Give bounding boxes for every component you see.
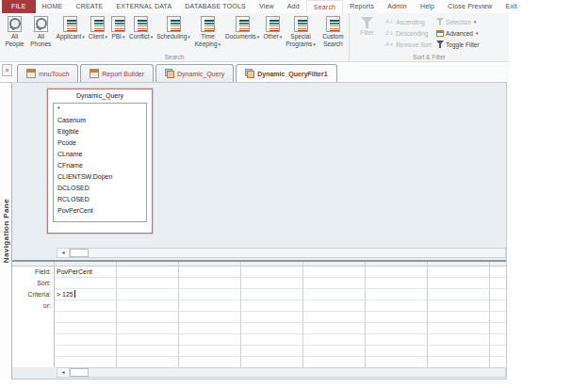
grid-cell[interactable] <box>117 357 179 367</box>
ribbon-tab[interactable]: DATABASE TOOLS <box>178 0 253 13</box>
grid-cell[interactable] <box>303 278 366 289</box>
grid-cell[interactable] <box>55 278 117 289</box>
grid-cell[interactable] <box>179 357 241 367</box>
grid-scrollbar[interactable]: ◂ <box>57 367 506 378</box>
grid-cell[interactable] <box>490 323 506 334</box>
grid-cell[interactable] <box>428 289 490 300</box>
grid-cell[interactable] <box>366 312 428 323</box>
grid-cell[interactable] <box>179 289 241 300</box>
ribbon-tab[interactable]: CREATE <box>69 0 109 13</box>
document-tab[interactable]: Report Builder <box>80 64 154 82</box>
grid-cell[interactable] <box>117 289 179 300</box>
field-list-item[interactable]: CFname <box>54 160 146 171</box>
sort-item[interactable]: A↓ Ascending <box>385 16 432 27</box>
ribbon-tab[interactable]: EXTERNAL DATA <box>109 0 178 13</box>
grid-cell[interactable] <box>366 289 428 300</box>
field-list-item[interactable]: * <box>54 104 146 115</box>
field-list-item[interactable]: Casenum <box>54 115 146 126</box>
grid-cell[interactable] <box>428 323 490 334</box>
field-list-item[interactable]: Eligible <box>54 126 146 137</box>
filter-item[interactable]: Selection ▾ <box>436 16 479 27</box>
grid-cell[interactable] <box>241 267 303 278</box>
grid-cell[interactable] <box>490 346 506 357</box>
grid-cell[interactable] <box>428 267 490 278</box>
field-list-item[interactable]: CLname <box>54 149 146 160</box>
ribbon-button[interactable]: Time Keeping▾ <box>192 15 223 48</box>
ribbon-button[interactable]: Applicant▾ <box>55 15 87 40</box>
ribbon-tab[interactable]: Help <box>414 0 441 13</box>
grid-cell[interactable] <box>490 357 506 367</box>
ribbon-button[interactable]: Documents▾ <box>223 15 261 40</box>
filter-button[interactable]: Filter <box>353 16 381 37</box>
grid-cell[interactable] <box>55 323 117 334</box>
diagram-scrollbar[interactable]: ◂ <box>57 248 506 258</box>
grid-cell[interactable] <box>428 278 490 289</box>
grid-cell[interactable] <box>55 346 117 357</box>
scroll-thumb[interactable] <box>70 249 89 257</box>
field-list-item[interactable]: RCLOSED <box>54 194 146 205</box>
grid-cell[interactable] <box>490 278 506 289</box>
grid-cell[interactable] <box>366 334 428 346</box>
sort-item[interactable]: A× Remove Sort <box>385 39 432 50</box>
grid-cell[interactable] <box>303 300 366 312</box>
grid-cell[interactable] <box>117 323 179 334</box>
grid-cell[interactable] <box>428 334 490 346</box>
grid-cell[interactable] <box>303 323 366 334</box>
grid-cell[interactable] <box>490 312 506 323</box>
scroll-left-button[interactable]: ◂ <box>57 368 70 377</box>
grid-cell[interactable] <box>241 300 303 312</box>
grid-cell[interactable] <box>179 346 241 357</box>
grid-cell[interactable] <box>366 346 428 357</box>
grid-cell[interactable] <box>179 323 241 334</box>
grid-cell[interactable] <box>428 312 490 323</box>
grid-cell[interactable]: PovPerCent <box>55 267 117 278</box>
ribbon-button[interactable]: Custom Search <box>318 15 349 48</box>
grid-cell[interactable] <box>117 346 179 357</box>
document-tab[interactable]: mnuTouch <box>17 64 78 82</box>
grid-cell[interactable] <box>55 357 117 367</box>
grid-cell[interactable] <box>241 346 303 357</box>
filter-item[interactable]: Toggle Filter <box>436 39 479 50</box>
grid-cell[interactable] <box>490 267 506 278</box>
grid-cell[interactable] <box>117 267 179 278</box>
grid-cell[interactable] <box>241 323 303 334</box>
ribbon-tab[interactable]: Add <box>281 0 306 13</box>
ribbon-tab[interactable]: Close Preview <box>441 0 498 13</box>
ribbon-button[interactable]: Client▾ <box>87 15 109 40</box>
grid-cell[interactable] <box>303 267 366 278</box>
grid-cell[interactable] <box>117 300 179 312</box>
document-tab[interactable]: Dynamic_Query <box>155 64 234 82</box>
field-list-item[interactable]: CLIENTSW.Dopen <box>54 171 146 183</box>
grid-cell[interactable] <box>179 312 241 323</box>
grid-cell[interactable] <box>241 278 303 289</box>
grid-cell[interactable] <box>117 278 179 289</box>
grid-cell[interactable] <box>241 312 303 323</box>
grid-cell[interactable] <box>303 289 366 300</box>
ribbon-button[interactable]: Scheduling▾ <box>155 15 192 40</box>
grid-cell[interactable] <box>179 278 241 289</box>
grid-cell[interactable] <box>241 334 303 346</box>
grid-cell[interactable] <box>303 312 366 323</box>
nav-pane-shutter-button[interactable]: » <box>2 64 12 76</box>
grid-cell[interactable] <box>303 334 366 346</box>
grid-cell[interactable] <box>366 300 428 312</box>
scroll-thumb[interactable] <box>70 368 89 377</box>
grid-cell[interactable] <box>428 346 490 357</box>
scroll-left-button[interactable]: ◂ <box>57 249 70 257</box>
grid-cell[interactable] <box>366 323 428 334</box>
ribbon-button[interactable]: PBI▾ <box>109 15 127 40</box>
ribbon-button[interactable]: All People <box>2 15 27 48</box>
grid-cell[interactable] <box>179 334 241 346</box>
grid-cell[interactable] <box>117 312 179 323</box>
filter-item[interactable]: Advanced ▾ <box>436 27 479 39</box>
ribbon-tab[interactable]: Reports <box>343 0 381 13</box>
grid-cell[interactable] <box>366 357 428 367</box>
field-list-window[interactable]: Dynamic_Query *CasenumEligiblePcodeCLnam… <box>47 89 153 234</box>
field-list-item[interactable]: PovPerCent <box>54 205 146 217</box>
grid-cell[interactable] <box>428 357 490 367</box>
ribbon-tab[interactable]: Search <box>306 0 343 13</box>
ribbon-tab[interactable]: View <box>253 0 281 13</box>
grid-cell[interactable] <box>366 278 428 289</box>
ribbon-button[interactable]: Special Programs▾ <box>284 15 318 48</box>
field-list-item[interactable]: Pcode <box>54 137 146 149</box>
